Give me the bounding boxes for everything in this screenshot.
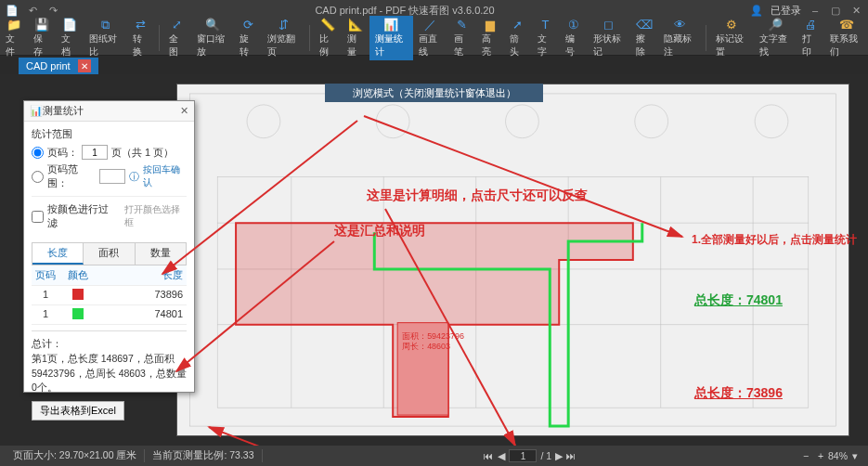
rotate-button[interactable]: ⟳旋转 — [234, 16, 262, 60]
page-input[interactable] — [509, 449, 537, 462]
zoom-out-button[interactable]: − — [798, 450, 813, 461]
doc-button[interactable]: 📄文档 — [56, 16, 84, 60]
range-hint: 按回车确认 — [143, 163, 187, 189]
text-button[interactable]: T文字 — [532, 16, 560, 60]
prev-page-button[interactable]: ◀ — [498, 450, 505, 461]
browsepage-button[interactable]: ⇵浏览翻页 — [262, 16, 305, 60]
compare-button[interactable]: ⧉图纸对比 — [84, 16, 127, 60]
pager: ⏮ ◀ / 1 ▶ ⏭ — [484, 449, 577, 462]
measurestat-button[interactable]: 📊测量统计 — [369, 16, 413, 60]
convert-button[interactable]: ⇄转换 — [127, 16, 155, 60]
status-ratio: 当前页测量比例: 73.33 — [145, 449, 262, 462]
next-page-button[interactable]: ▶ — [555, 450, 563, 461]
tab-count[interactable]: 数量 — [136, 243, 186, 265]
print-button[interactable]: 🖨打印 — [797, 16, 824, 60]
brush-button[interactable]: ✎画笔 — [448, 16, 476, 60]
main-toolbar: 📁文件 💾保存 📄文档 ⧉图纸对比 ⇄转换 ⤢全图 🔍窗口缩放 ⟳旋转 ⇵浏览翻… — [0, 20, 868, 56]
hidemark-button[interactable]: 👁隐藏标注 — [658, 16, 702, 60]
panel-icon: 📊 — [30, 105, 43, 117]
winzoom-button[interactable]: 🔍窗口缩放 — [191, 16, 235, 60]
result-table: 页码 颜色 长度 1 73896 1 74801 — [32, 265, 187, 325]
tab-area[interactable]: 面积 — [84, 243, 135, 265]
area-label: 面积：59423796 — [402, 331, 464, 341]
minimize-button[interactable]: – — [809, 5, 822, 16]
fullimg-button[interactable]: ⤢全图 — [163, 16, 191, 60]
findtext-button[interactable]: 🔎文字查找 — [754, 16, 797, 60]
color-filter-checkbox[interactable] — [32, 211, 44, 223]
col-length: 长度 — [97, 265, 187, 285]
result-tabs: 长度 面积 数量 — [32, 242, 187, 265]
measure-button[interactable]: 📐测量 — [342, 16, 369, 60]
erase-button[interactable]: ⌫擦除 — [630, 16, 658, 60]
summary-text: 第1页，总长度 148697，总面积 59423796，总周长 48603，总数… — [32, 352, 187, 395]
svg-point-14 — [635, 105, 668, 138]
document-tab[interactable]: CAD print ✕ — [19, 58, 98, 74]
arrow-button[interactable]: ➚箭头 — [504, 16, 532, 60]
zoom-value: 84% — [828, 450, 848, 461]
scope-label: 统计范围 — [32, 127, 187, 141]
first-page-button[interactable]: ⏮ — [484, 450, 494, 461]
table-row[interactable]: 1 74801 — [32, 305, 187, 325]
info-icon: ⓘ — [129, 170, 139, 184]
range-radio-label: 页码范围： — [47, 162, 96, 190]
color-filter-hint: 打开颜色选择框 — [124, 203, 187, 229]
color-filter-label: 按颜色进行过滤 — [47, 202, 115, 230]
color-swatch-red — [72, 289, 84, 300]
document-tab-close[interactable]: ✕ — [78, 59, 91, 72]
page-from-input[interactable] — [82, 145, 108, 160]
highlight-button[interactable]: ▆高亮 — [476, 16, 504, 60]
table-row[interactable]: 1 73896 — [32, 286, 187, 305]
file-button[interactable]: 📁文件 — [0, 16, 28, 60]
svg-point-12 — [376, 105, 409, 138]
shapemark-button[interactable]: ◻形状标记 — [588, 16, 631, 60]
line-button[interactable]: ／画直线 — [413, 16, 448, 60]
status-bar: 页面大小: 29.70×21.00 厘米 当前页测量比例: 73.33 ⏮ ◀ … — [0, 446, 868, 466]
page-total: / 1 — [540, 450, 551, 461]
export-excel-button[interactable]: 导出表格到Excel — [32, 401, 124, 421]
main-area: 面积：59423796 周长：48603 浏览模式（关闭测量统计窗体退出） 📊 … — [0, 74, 868, 446]
zoom-dropdown[interactable]: ▾ — [848, 450, 862, 461]
save-button[interactable]: 💾保存 — [28, 16, 56, 60]
col-color: 颜色 — [59, 265, 97, 285]
marksetting-button[interactable]: ⚙标记设置 — [710, 16, 754, 60]
mode-banner: 浏览模式（关闭测量统计窗体退出） — [325, 84, 543, 102]
svg-point-11 — [247, 105, 280, 138]
tab-length[interactable]: 长度 — [32, 243, 84, 265]
last-page-button[interactable]: ⏭ — [566, 450, 577, 461]
status-pagesize: 页面大小: 29.70×21.00 厘米 — [6, 449, 145, 462]
document-tab-label: CAD print — [26, 60, 71, 71]
svg-point-15 — [755, 105, 788, 138]
zoom-in-button[interactable]: + — [813, 450, 828, 461]
drawing-canvas[interactable]: 面积：59423796 周长：48603 — [176, 84, 849, 436]
total-label: 总计： — [32, 337, 187, 352]
range-radio[interactable] — [32, 171, 44, 183]
page-radio-label: 页码： — [47, 146, 78, 160]
number-button[interactable]: ①编号 — [560, 16, 588, 60]
scale-button[interactable]: 📏比例 — [314, 16, 342, 60]
page-total-text: 页（共 1 页） — [111, 146, 174, 160]
page-radio[interactable] — [32, 147, 44, 159]
perim-label: 周长：48603 — [402, 342, 450, 351]
range-input[interactable] — [99, 169, 125, 184]
measure-stats-panel: 📊 测量统计 ✕ 统计范围 页码： 页（共 1 页） 页码范围： ⓘ 按回车确认… — [23, 100, 195, 393]
contact-button[interactable]: ☎联系我们 — [824, 16, 868, 60]
svg-point-13 — [506, 105, 539, 138]
col-page: 页码 — [32, 265, 59, 285]
color-swatch-green — [72, 308, 84, 319]
panel-title: 测量统计 — [43, 104, 180, 118]
panel-close-button[interactable]: ✕ — [180, 105, 188, 117]
